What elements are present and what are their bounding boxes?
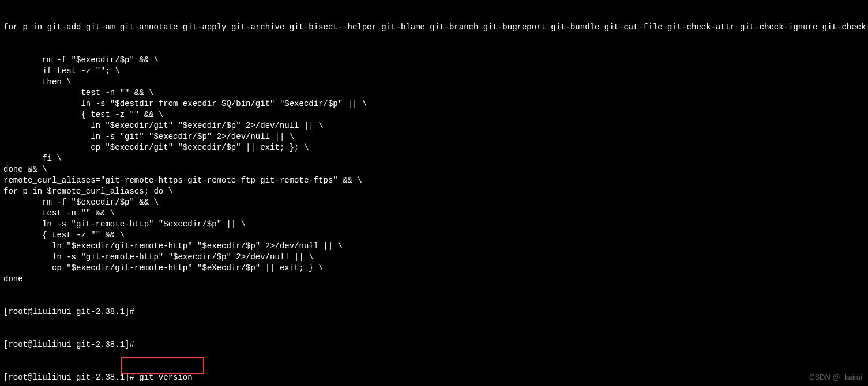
script-line: test -n "" && \ <box>3 208 865 219</box>
script-line: for p in $remote_curl_aliases; do \ <box>3 186 865 197</box>
script-line: rm -f "$execdir/$p" && \ <box>3 197 865 208</box>
shell-prompt-prefix: [root@liulihui git-2.38.1]# <box>3 373 139 382</box>
watermark: CSDN @_kairui <box>809 372 862 383</box>
shell-prompt-line[interactable]: [root@liulihui git-2.38.1]# git version <box>3 372 865 383</box>
script-line: ln "$execdir/git" "$execdir/$p" 2>/dev/n… <box>3 120 865 131</box>
script-line: done && \ <box>3 164 865 175</box>
script-line: fi \ <box>3 153 865 164</box>
script-line: ln -s "git-remote-http" "$execdir/$p" 2>… <box>3 252 865 263</box>
script-line: { test -z "" && \ <box>3 230 865 241</box>
script-line: done <box>3 274 865 285</box>
shell-prompt: [root@liulihui git-2.38.1]# <box>3 306 865 317</box>
script-line: ln "$execdir/git-remote-http" "$execdir/… <box>3 241 865 252</box>
shell-prompt: [root@liulihui git-2.38.1]# <box>3 339 865 350</box>
script-line: ln -s "$destdir_from_execdir_SQ/bin/git"… <box>3 99 865 109</box>
terminal-output: for p in git-add git-am git-annotate git… <box>0 0 868 386</box>
script-line: test -n "" && \ <box>3 88 865 99</box>
script-body: rm -f "$execdir/$p" && \ if test -z ""; … <box>3 55 865 285</box>
script-line: then \ <box>3 77 865 88</box>
git-command-loop: for p in git-add git-am git-annotate git… <box>3 22 865 33</box>
script-line: ln -s "git-remote-http" "$execdir/$p" ||… <box>3 219 865 230</box>
script-line: remote_curl_aliases="git-remote-https gi… <box>3 175 865 186</box>
script-line: ln -s "git" "$execdir/$p" 2>/dev/null ||… <box>3 131 865 142</box>
script-line: rm -f "$execdir/$p" && \ <box>3 55 865 66</box>
loop-prefix: for p in <box>3 22 47 32</box>
script-line: cp "$execdir/git-remote-http" "$eXecdir/… <box>3 263 865 274</box>
typed-command: git version <box>139 373 192 382</box>
script-line: { test -z "" && \ <box>3 109 865 120</box>
script-line: cp "$execdir/git" "$execdir/$p" || exit;… <box>3 142 865 153</box>
script-line: if test -z ""; \ <box>3 66 865 77</box>
